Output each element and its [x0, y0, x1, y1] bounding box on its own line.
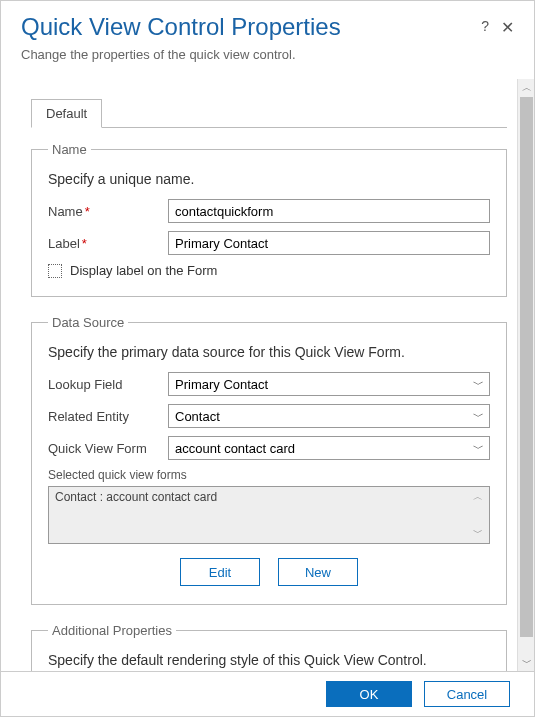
- list-item[interactable]: Contact : account contact card: [49, 487, 489, 507]
- new-button[interactable]: New: [278, 558, 358, 586]
- datasource-legend: Data Source: [48, 315, 128, 330]
- additional-legend: Additional Properties: [48, 623, 176, 638]
- edit-button[interactable]: Edit: [180, 558, 260, 586]
- datasource-desc: Specify the primary data source for this…: [48, 344, 490, 360]
- content-scroll: Default Name Specify a unique name. Name…: [1, 79, 517, 671]
- scroll-down-icon[interactable]: ﹀: [518, 654, 535, 671]
- scroll-thumb[interactable]: [520, 97, 533, 637]
- dialog-header: Quick View Control Properties ? ✕ Change…: [1, 1, 534, 72]
- related-select[interactable]: [168, 404, 490, 428]
- scroll-up-icon[interactable]: ︿: [518, 79, 535, 96]
- dialog-footer: OK Cancel: [1, 671, 534, 716]
- help-icon[interactable]: ?: [481, 18, 489, 37]
- chevron-down-icon[interactable]: ﹀: [473, 526, 483, 540]
- lookup-select[interactable]: [168, 372, 490, 396]
- selected-forms-list[interactable]: Contact : account contact card ︿ ﹀: [48, 486, 490, 544]
- selected-forms-label: Selected quick view forms: [48, 468, 490, 482]
- cancel-button[interactable]: Cancel: [424, 681, 510, 707]
- display-label-text: Display label on the Form: [70, 263, 217, 278]
- datasource-section: Data Source Specify the primary data sou…: [31, 315, 507, 605]
- name-input[interactable]: [168, 199, 490, 223]
- chevron-up-icon[interactable]: ︿: [473, 490, 483, 504]
- lookup-label: Lookup Field: [48, 377, 168, 392]
- qvf-label: Quick View Form: [48, 441, 168, 456]
- dialog-subtitle: Change the properties of the quick view …: [21, 47, 514, 62]
- close-icon[interactable]: ✕: [501, 18, 514, 37]
- display-label-checkbox[interactable]: [48, 264, 62, 278]
- label-input[interactable]: [168, 231, 490, 255]
- related-label: Related Entity: [48, 409, 168, 424]
- name-desc: Specify a unique name.: [48, 171, 490, 187]
- additional-desc: Specify the default rendering style of t…: [48, 652, 490, 668]
- ok-button[interactable]: OK: [326, 681, 412, 707]
- qvf-select[interactable]: [168, 436, 490, 460]
- label-label: Label*: [48, 236, 168, 251]
- tab-bar: Default: [31, 99, 507, 128]
- vertical-scrollbar[interactable]: ︿ ﹀: [517, 79, 534, 671]
- tab-default[interactable]: Default: [31, 99, 102, 128]
- name-section: Name Specify a unique name. Name* Label*…: [31, 142, 507, 297]
- additional-section: Additional Properties Specify the defaul…: [31, 623, 507, 671]
- dialog-title: Quick View Control Properties: [21, 13, 341, 41]
- name-legend: Name: [48, 142, 91, 157]
- name-label: Name*: [48, 204, 168, 219]
